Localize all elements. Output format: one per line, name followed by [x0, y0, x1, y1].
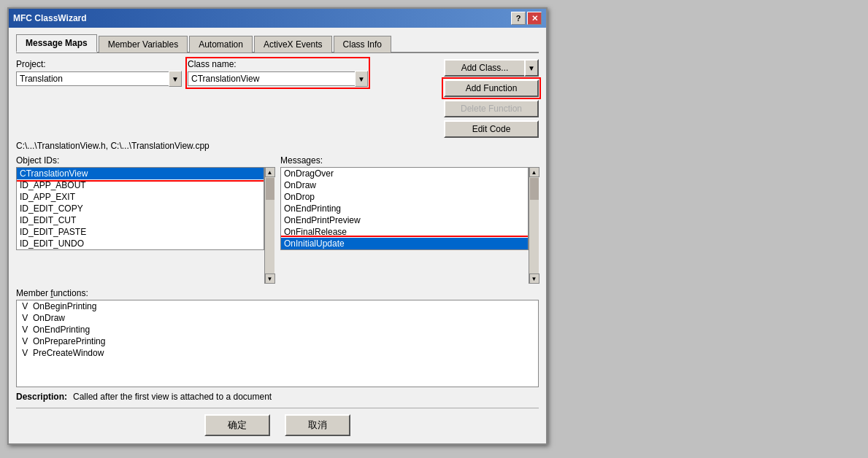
list-item[interactable]: V OnEndPrinting: [17, 324, 538, 335]
member-functions-label: Member functions:: [16, 288, 539, 298]
close-button[interactable]: ✕: [527, 12, 542, 25]
member-prefix: V: [20, 336, 31, 346]
title-bar-buttons: ? ✕: [511, 12, 542, 25]
right-buttons: Add Class... ▼ Add Function Delete Funct…: [444, 59, 539, 138]
middle-area: Object IDs: CTranslationView ID_APP_ABOU…: [16, 155, 539, 284]
project-label: Project:: [16, 59, 182, 69]
add-function-button[interactable]: Add Function: [444, 79, 539, 97]
messages-panel: Messages: OnDragOver OnDraw OnDrop OnEnd…: [280, 155, 539, 284]
list-item[interactable]: ID_EDIT_CUT: [17, 214, 264, 226]
classname-dropdown-arrow[interactable]: ▼: [355, 71, 368, 87]
cancel-button[interactable]: 取消: [285, 414, 350, 436]
scroll-thumb[interactable]: [530, 178, 539, 200]
list-item[interactable]: ID_APP_ABOUT: [17, 179, 264, 191]
list-item[interactable]: ID_APP_EXIT: [17, 191, 264, 203]
list-item[interactable]: CTranslationView: [17, 168, 264, 179]
list-item[interactable]: OnInitialUpdate: [281, 238, 528, 249]
list-item[interactable]: OnEndPrinting: [281, 203, 528, 214]
project-dropdown-arrow[interactable]: ▼: [169, 71, 182, 87]
add-class-button[interactable]: Add Class...: [444, 59, 524, 77]
list-item[interactable]: OnDragOver: [281, 168, 528, 179]
tab-class-info[interactable]: Class Info: [334, 36, 391, 53]
project-field-group: Project: Translation ▼: [16, 59, 182, 87]
messages-scrollbar: ▲ ▼: [529, 167, 539, 284]
list-item[interactable]: OnDrop: [281, 191, 528, 203]
object-ids-listbox: CTranslationView ID_APP_ABOUT ID_APP_EXI…: [16, 167, 264, 250]
messages-list[interactable]: OnDragOver OnDraw OnDrop OnEndPrinting O…: [280, 167, 529, 284]
tab-bar: Message Maps Member Variables Automation…: [16, 34, 539, 53]
member-functions-section: Member functions: V OnBeginPrinting V On…: [16, 288, 539, 387]
scroll-down-arrow[interactable]: ▼: [529, 273, 539, 284]
add-class-arrow-button[interactable]: ▼: [524, 59, 539, 77]
member-name: PreCreateWindow: [33, 348, 104, 358]
filepath-text: C:\...\TranslationView.h, C:\...\Transla…: [16, 141, 539, 151]
classname-field-group: Class name: CTranslationView ▼: [188, 59, 368, 87]
scroll-up-arrow[interactable]: ▲: [529, 167, 539, 177]
tab-automation[interactable]: Automation: [189, 36, 253, 53]
bottom-buttons: 确定 取消: [16, 408, 539, 436]
member-prefix: V: [20, 325, 31, 335]
help-button[interactable]: ?: [511, 12, 526, 25]
member-name: OnPreparePrinting: [33, 336, 105, 346]
list-item[interactable]: V PreCreateWindow: [17, 347, 538, 359]
object-ids-scrollbar: ▲ ▼: [264, 167, 274, 284]
object-ids-list[interactable]: CTranslationView ID_APP_ABOUT ID_APP_EXI…: [16, 167, 264, 284]
title-bar: MFC ClassWizard ? ✕: [9, 9, 546, 28]
window-title: MFC ClassWizard: [13, 13, 87, 23]
scroll-up-arrow[interactable]: ▲: [265, 167, 275, 177]
add-class-row: Add Class... ▼: [444, 59, 539, 77]
list-item[interactable]: ID_EDIT_PASTE: [17, 226, 264, 238]
scroll-thumb[interactable]: [266, 178, 274, 200]
description-label: Description:: [16, 392, 67, 402]
list-item[interactable]: V OnPreparePrinting: [17, 335, 538, 347]
project-dropdown[interactable]: Translation: [16, 71, 169, 86]
list-item[interactable]: V OnDraw: [17, 312, 538, 324]
member-name: OnBeginPrinting: [33, 301, 96, 311]
tab-member-variables[interactable]: Member Variables: [99, 36, 188, 53]
member-functions-listbox[interactable]: V OnBeginPrinting V OnDraw V OnEndPrinti…: [16, 300, 539, 387]
member-name: OnDraw: [33, 313, 65, 323]
description-row: Description: Called after the first view…: [16, 392, 539, 402]
messages-label: Messages:: [280, 155, 539, 166]
scroll-down-arrow[interactable]: ▼: [265, 273, 275, 284]
object-ids-panel: Object IDs: CTranslationView ID_APP_ABOU…: [16, 155, 274, 284]
tab-message-maps[interactable]: Message Maps: [16, 34, 97, 53]
classname-dropdown-row: CTranslationView ▼: [188, 71, 368, 87]
list-item[interactable]: OnDraw: [281, 179, 528, 191]
list-item[interactable]: OnEndPrintPreview: [281, 214, 528, 226]
description-value: Called after the first view is attached …: [73, 392, 272, 402]
ok-button[interactable]: 确定: [204, 414, 270, 436]
list-item[interactable]: V OnBeginPrinting: [17, 300, 538, 312]
tab-activex-events[interactable]: ActiveX Events: [254, 36, 332, 53]
messages-listbox: OnDragOver OnDraw OnDrop OnEndPrinting O…: [280, 167, 529, 250]
member-name: OnEndPrinting: [33, 325, 90, 335]
list-item[interactable]: ID_EDIT_COPY: [17, 203, 264, 214]
classname-label: Class name:: [188, 59, 368, 69]
object-ids-label: Object IDs:: [16, 155, 274, 166]
list-item[interactable]: OnFinalRelease: [281, 226, 528, 238]
member-prefix: V: [20, 301, 31, 311]
classname-dropdown[interactable]: CTranslationView: [188, 71, 356, 86]
dialog-body: Message Maps Member Variables Automation…: [9, 28, 546, 443]
edit-code-button[interactable]: Edit Code: [444, 120, 539, 138]
mfc-classwizard-dialog: MFC ClassWizard ? ✕ Message Maps Member …: [7, 7, 548, 445]
member-prefix: V: [20, 348, 31, 358]
delete-function-button[interactable]: Delete Function: [444, 100, 539, 117]
top-row: Project: Translation ▼ Class name: CTran…: [16, 59, 539, 138]
object-ids-list-wrapper: CTranslationView ID_APP_ABOUT ID_APP_EXI…: [16, 167, 274, 284]
messages-list-wrapper: OnDragOver OnDraw OnDrop OnEndPrinting O…: [280, 167, 539, 284]
member-prefix: V: [20, 313, 31, 323]
project-dropdown-row: Translation ▼: [16, 71, 182, 87]
list-item[interactable]: ID_EDIT_UNDO: [17, 238, 264, 249]
